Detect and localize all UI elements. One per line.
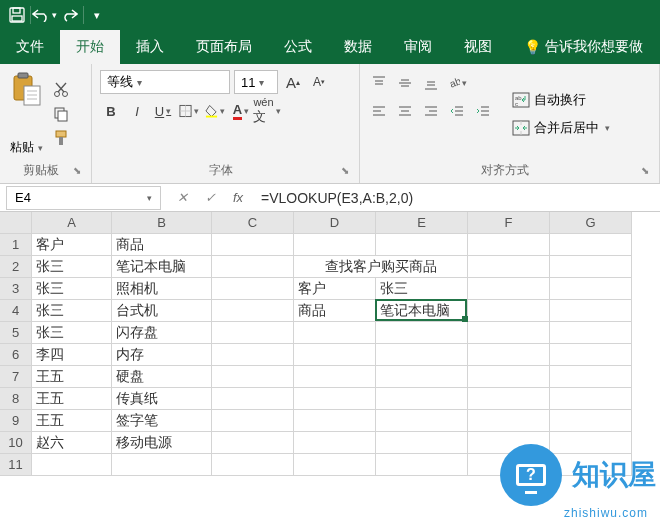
cell[interactable]: 张三 <box>376 278 468 300</box>
cell[interactable] <box>550 366 632 388</box>
cell[interactable] <box>294 322 376 344</box>
tab-formulas[interactable]: 公式 <box>268 30 328 64</box>
cell[interactable] <box>294 410 376 432</box>
cell[interactable]: 张三 <box>32 322 112 344</box>
cell[interactable] <box>468 234 550 256</box>
row-header[interactable]: 1 <box>0 234 32 256</box>
cell[interactable] <box>212 344 294 366</box>
align-right-icon[interactable] <box>420 100 442 122</box>
tab-layout[interactable]: 页面布局 <box>180 30 268 64</box>
decrease-indent-icon[interactable] <box>446 100 468 122</box>
cell[interactable]: 闪存盘 <box>112 322 212 344</box>
save-icon[interactable] <box>4 2 30 28</box>
cell[interactable] <box>550 410 632 432</box>
wrap-text-button[interactable]: abc自动换行 <box>508 89 614 111</box>
cell[interactable]: 签字笔 <box>112 410 212 432</box>
paste-button[interactable]: 粘贴▾ <box>8 68 45 160</box>
row-header[interactable]: 4 <box>0 300 32 322</box>
cell[interactable]: 客户 <box>294 278 376 300</box>
cell[interactable] <box>376 410 468 432</box>
cell[interactable]: 商品 <box>112 234 212 256</box>
cell[interactable] <box>294 366 376 388</box>
increase-font-icon[interactable]: A▴ <box>282 71 304 93</box>
cell[interactable] <box>376 388 468 410</box>
cell[interactable] <box>294 388 376 410</box>
cell[interactable] <box>212 234 294 256</box>
row-header[interactable]: 5 <box>0 322 32 344</box>
cell[interactable]: 商品 <box>294 300 376 322</box>
bold-icon[interactable]: B <box>100 100 122 122</box>
align-bottom-icon[interactable] <box>420 72 442 94</box>
column-header[interactable]: C <box>212 212 294 234</box>
merge-center-button[interactable]: 合并后居中▾ <box>508 117 614 139</box>
row-header[interactable]: 6 <box>0 344 32 366</box>
cell[interactable]: 笔记本电脑 <box>376 300 468 322</box>
cell[interactable] <box>550 322 632 344</box>
select-all-corner[interactable] <box>0 212 32 234</box>
row-header[interactable]: 7 <box>0 366 32 388</box>
cell[interactable] <box>212 410 294 432</box>
tell-me[interactable]: 💡告诉我你想要做 <box>508 30 659 64</box>
cell[interactable] <box>212 322 294 344</box>
cell[interactable]: 客户 <box>32 234 112 256</box>
row-header[interactable]: 8 <box>0 388 32 410</box>
cell[interactable] <box>468 278 550 300</box>
cell[interactable] <box>468 388 550 410</box>
cell[interactable] <box>468 344 550 366</box>
cell[interactable]: 传真纸 <box>112 388 212 410</box>
cell[interactable]: 张三 <box>32 278 112 300</box>
cell-merged[interactable]: 查找客户购买商品 <box>294 256 468 278</box>
clipboard-dialog-icon[interactable]: ⬊ <box>73 165 83 176</box>
name-box[interactable]: E4▾ <box>6 186 161 210</box>
cut-icon[interactable] <box>51 80 71 100</box>
cell[interactable]: 张三 <box>32 256 112 278</box>
italic-icon[interactable]: I <box>126 100 148 122</box>
alignment-dialog-icon[interactable]: ⬊ <box>641 165 651 176</box>
cell[interactable] <box>468 410 550 432</box>
cell[interactable] <box>376 454 468 476</box>
confirm-formula-icon[interactable]: ✓ <box>199 190 221 205</box>
font-name-combo[interactable]: 等线▾ <box>100 70 230 94</box>
tab-view[interactable]: 视图 <box>448 30 508 64</box>
cell[interactable]: 李四 <box>32 344 112 366</box>
row-header[interactable]: 9 <box>0 410 32 432</box>
cell[interactable] <box>550 278 632 300</box>
column-header[interactable]: G <box>550 212 632 234</box>
column-header[interactable]: B <box>112 212 212 234</box>
column-header[interactable]: D <box>294 212 376 234</box>
borders-icon[interactable]: ▾ <box>178 100 200 122</box>
formula-bar[interactable]: =VLOOKUP(E3,A:B,2,0) <box>253 190 660 206</box>
cell[interactable] <box>550 234 632 256</box>
cell[interactable]: 王五 <box>32 410 112 432</box>
cell[interactable] <box>294 432 376 454</box>
cell[interactable] <box>550 388 632 410</box>
underline-icon[interactable]: U▾ <box>152 100 174 122</box>
cell[interactable]: 王五 <box>32 366 112 388</box>
cell[interactable] <box>294 234 376 256</box>
row-header[interactable]: 11 <box>0 454 32 476</box>
font-color-icon[interactable]: A▾ <box>230 100 252 122</box>
row-header[interactable]: 2 <box>0 256 32 278</box>
undo-icon[interactable]: ▾ <box>31 2 57 28</box>
increase-indent-icon[interactable] <box>472 100 494 122</box>
cell[interactable] <box>212 278 294 300</box>
tab-file[interactable]: 文件 <box>0 30 60 64</box>
cell[interactable] <box>376 344 468 366</box>
fill-color-icon[interactable]: ▾ <box>204 100 226 122</box>
cell[interactable] <box>32 454 112 476</box>
column-header[interactable]: F <box>468 212 550 234</box>
cell[interactable] <box>112 454 212 476</box>
font-dialog-icon[interactable]: ⬊ <box>341 165 351 176</box>
column-header[interactable]: E <box>376 212 468 234</box>
cell[interactable] <box>212 454 294 476</box>
cell[interactable]: 照相机 <box>112 278 212 300</box>
phonetic-icon[interactable]: wén文▾ <box>256 100 278 122</box>
cell[interactable] <box>212 366 294 388</box>
cell[interactable]: 赵六 <box>32 432 112 454</box>
cell[interactable]: 内存 <box>112 344 212 366</box>
align-left-icon[interactable] <box>368 100 390 122</box>
customize-qat-icon[interactable]: ▾ <box>84 2 110 28</box>
tab-data[interactable]: 数据 <box>328 30 388 64</box>
cell[interactable] <box>212 388 294 410</box>
fx-icon[interactable]: fx <box>227 190 249 205</box>
